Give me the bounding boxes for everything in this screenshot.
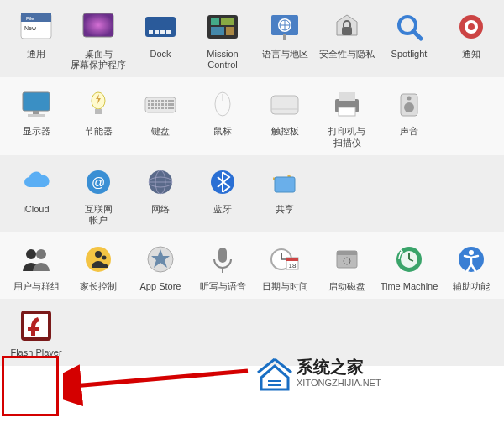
svg-rect-4 xyxy=(83,13,113,37)
svg-rect-43 xyxy=(151,103,154,106)
svg-rect-55 xyxy=(165,107,167,109)
pref-label: 键盘 xyxy=(151,126,170,137)
pref-label: 打印机与 扫描仪 xyxy=(328,126,365,148)
pref-item-security[interactable]: 安全性与隐私 xyxy=(316,7,378,70)
lang-icon xyxy=(265,7,305,47)
pref-item-desktop[interactable]: 桌面与 屏幕保护程序 xyxy=(67,7,129,70)
pref-label: 鼠标 xyxy=(213,126,232,137)
pref-item-energy[interactable]: 节能器 xyxy=(67,84,129,148)
pref-item-startup[interactable]: 启动磁盘 xyxy=(316,239,378,292)
icloud-icon xyxy=(16,162,56,202)
pref-item-mouse[interactable]: 鼠标 xyxy=(192,84,254,148)
pref-item-flash[interactable]: Flash Player xyxy=(5,305,67,358)
pref-label: iCloud xyxy=(23,204,49,215)
svg-rect-37 xyxy=(158,100,160,102)
pref-item-sharing[interactable]: 共享 xyxy=(254,162,316,226)
svg-rect-12 xyxy=(211,18,219,25)
dock-icon xyxy=(140,7,181,47)
pref-label: 桌面与 屏幕保护程序 xyxy=(71,49,126,70)
pref-item-accessibility[interactable]: 辅助功能 xyxy=(440,239,502,292)
pref-label: 启动磁盘 xyxy=(328,281,365,292)
pref-section-0: FileNew通用桌面与 屏幕保护程序DockMission Control语言… xyxy=(0,0,504,77)
svg-rect-35 xyxy=(151,100,154,102)
svg-text:New: New xyxy=(24,25,37,31)
pref-item-displays[interactable]: 显示器 xyxy=(5,84,67,148)
general-icon: FileNew xyxy=(16,7,56,47)
bluetooth-icon xyxy=(202,162,243,202)
pref-label: App Store xyxy=(140,281,181,292)
svg-rect-75 xyxy=(275,177,295,192)
pref-item-bluetooth[interactable]: 蓝牙 xyxy=(192,162,254,226)
pref-item-general[interactable]: FileNew通用 xyxy=(5,7,67,70)
pref-label: 共享 xyxy=(276,204,294,215)
svg-rect-32 xyxy=(95,109,102,114)
svg-rect-47 xyxy=(165,103,167,106)
pref-item-sound[interactable]: 声音 xyxy=(378,84,440,148)
svg-rect-10 xyxy=(166,30,171,34)
pref-label: Dock xyxy=(150,49,171,60)
pref-item-timemachine[interactable]: Time Machine xyxy=(378,239,440,292)
pref-item-users[interactable]: 用户与群组 xyxy=(5,239,67,292)
printers-icon xyxy=(327,84,367,124)
pref-item-parental[interactable]: 家长控制 xyxy=(67,239,129,292)
internet-icon: @ xyxy=(78,162,118,202)
svg-rect-41 xyxy=(171,100,174,102)
svg-rect-88 xyxy=(286,258,298,261)
pref-label: 节能器 xyxy=(85,126,113,137)
pref-item-keyboard[interactable]: 键盘 xyxy=(129,84,192,148)
svg-rect-27 xyxy=(23,92,50,111)
pref-item-datetime[interactable]: 18日期与时间 xyxy=(254,239,316,292)
pref-label: 日期与时间 xyxy=(262,281,308,292)
pref-label: 蓝牙 xyxy=(213,204,232,215)
pref-label: Spotlight xyxy=(391,49,428,60)
pref-item-notif[interactable]: 通知 xyxy=(440,7,502,70)
svg-point-67 xyxy=(407,97,412,101)
startup-icon xyxy=(327,239,367,279)
pref-label: 显示器 xyxy=(23,126,50,137)
svg-rect-15 xyxy=(226,27,234,35)
pref-label: Time Machine xyxy=(381,281,438,292)
accessibility-icon xyxy=(451,239,491,279)
pref-item-network[interactable]: 网络 xyxy=(129,162,192,226)
svg-point-78 xyxy=(86,247,111,272)
pref-item-printers[interactable]: 打印机与 扫描仪 xyxy=(316,84,378,148)
dictation-icon xyxy=(202,239,243,279)
svg-line-23 xyxy=(413,31,421,39)
pref-item-lang[interactable]: 语言与地区 xyxy=(254,7,316,70)
svg-rect-60 xyxy=(271,96,298,114)
pref-item-internet[interactable]: @互联网 帐户 xyxy=(67,162,129,226)
pref-item-appstore[interactable]: App Store xyxy=(129,239,192,292)
svg-rect-45 xyxy=(158,103,160,106)
pref-item-trackpad[interactable]: 触控板 xyxy=(254,84,316,148)
desktop-icon xyxy=(78,7,118,47)
displays-icon xyxy=(16,84,56,124)
timemachine-icon xyxy=(389,239,429,279)
network-icon xyxy=(140,162,181,202)
svg-rect-64 xyxy=(339,107,355,116)
svg-rect-63 xyxy=(339,92,355,101)
pref-label: 声音 xyxy=(400,126,418,137)
pref-item-mission[interactable]: Mission Control xyxy=(192,7,254,70)
svg-rect-51 xyxy=(151,107,154,109)
svg-rect-36 xyxy=(155,100,157,102)
svg-rect-13 xyxy=(221,18,234,25)
pref-item-icloud[interactable]: iCloud xyxy=(5,162,67,226)
svg-point-66 xyxy=(404,102,414,112)
svg-rect-40 xyxy=(168,100,171,102)
svg-rect-49 xyxy=(171,103,174,106)
pref-label: 安全性与隐私 xyxy=(319,49,375,60)
svg-line-101 xyxy=(73,371,248,386)
svg-point-98 xyxy=(469,250,474,255)
mouse-icon xyxy=(202,84,243,124)
svg-rect-53 xyxy=(158,107,160,109)
trackpad-icon xyxy=(265,84,305,124)
datetime-icon: 18 xyxy=(265,239,305,279)
svg-rect-46 xyxy=(161,103,164,106)
flash-icon xyxy=(16,305,56,346)
pref-section-1: 显示器节能器键盘鼠标触控板打印机与 扫描仪声音 xyxy=(0,77,504,154)
pref-item-spotlight[interactable]: Spotlight xyxy=(378,7,440,70)
svg-point-76 xyxy=(26,249,36,259)
pref-item-dock[interactable]: Dock xyxy=(129,7,192,70)
svg-rect-29 xyxy=(33,111,39,114)
pref-item-dictation[interactable]: 听写与语音 xyxy=(192,239,254,292)
